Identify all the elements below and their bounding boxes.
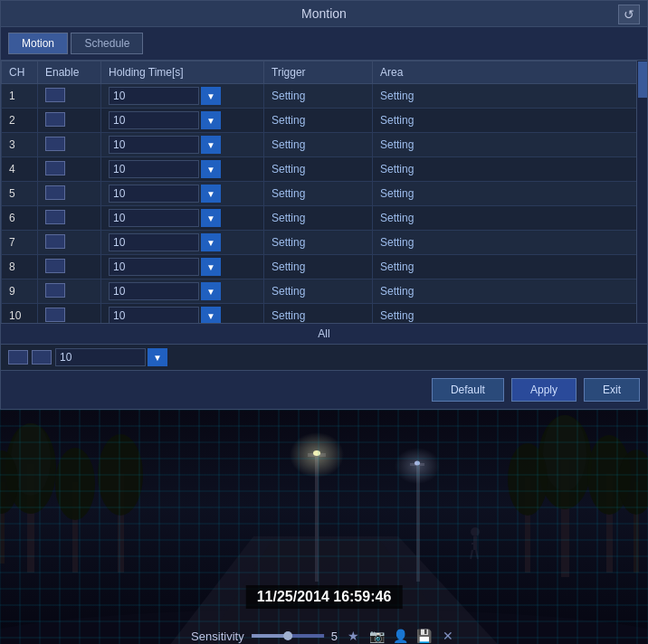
cell-enable-3 [38, 157, 101, 182]
cell-trigger-6: Setting [264, 231, 373, 255]
enable-checkbox-2[interactable] [45, 137, 65, 151]
holding-input-1[interactable] [109, 111, 199, 129]
holding-input-9[interactable] [109, 307, 199, 323]
default-button[interactable]: Default [432, 378, 504, 402]
area-setting-9[interactable]: Setting [380, 309, 414, 322]
trigger-setting-7[interactable]: Setting [272, 260, 305, 273]
holding-input-7[interactable] [109, 258, 199, 276]
cell-trigger-0: Setting [264, 84, 373, 109]
cell-trigger-5: Setting [264, 206, 373, 231]
holding-input-8[interactable] [109, 282, 199, 300]
all-checkbox-1[interactable] [8, 350, 28, 365]
cell-trigger-7: Setting [264, 255, 373, 279]
area-setting-6[interactable]: Setting [380, 236, 414, 249]
cell-enable-8 [38, 279, 101, 304]
holding-dropdown-5[interactable]: ▼ [201, 209, 221, 227]
cell-holding-0: ▼ [101, 84, 264, 109]
cell-holding-8: ▼ [101, 279, 264, 304]
trigger-setting-6[interactable]: Setting [272, 236, 305, 249]
apply-button[interactable]: Apply [511, 378, 577, 402]
area-setting-3[interactable]: Setting [380, 163, 414, 175]
enable-checkbox-8[interactable] [45, 283, 65, 298]
trigger-setting-3[interactable]: Setting [272, 163, 305, 175]
holding-dropdown-7[interactable]: ▼ [201, 258, 221, 276]
trigger-setting-8[interactable]: Setting [272, 285, 305, 298]
holding-input-6[interactable] [109, 233, 199, 251]
area-setting-4[interactable]: Setting [380, 187, 414, 200]
enable-checkbox-6[interactable] [45, 234, 65, 249]
cell-trigger-9: Setting [264, 304, 373, 324]
enable-checkbox-4[interactable] [45, 185, 65, 200]
motion-table-container: CH Enable Holding Time[s] Trigger Area 1… [1, 61, 647, 323]
cell-enable-7 [38, 255, 101, 279]
tab-schedule[interactable]: Schedule [71, 33, 143, 54]
all-label-row: All [1, 323, 647, 345]
holding-dropdown-9[interactable]: ▼ [201, 307, 221, 323]
area-setting-0[interactable]: Setting [380, 90, 414, 102]
svg-point-30 [471, 527, 480, 536]
cell-holding-1: ▼ [101, 109, 264, 133]
area-setting-2[interactable]: Setting [380, 138, 414, 151]
holding-dropdown-6[interactable]: ▼ [201, 233, 221, 251]
header-trigger: Trigger [264, 62, 373, 84]
holding-input-0[interactable] [109, 87, 199, 105]
cell-ch-4: 5 [2, 182, 38, 206]
holding-dropdown-8[interactable]: ▼ [201, 282, 221, 300]
camera-icon[interactable]: 📷 [368, 627, 386, 644]
svg-point-15 [543, 415, 586, 491]
holding-input-3[interactable] [109, 160, 199, 178]
trigger-setting-9[interactable]: Setting [272, 309, 305, 322]
trigger-setting-5[interactable]: Setting [272, 212, 305, 224]
bookmark-icon[interactable]: ★ [345, 627, 363, 644]
cell-holding-6: ▼ [101, 231, 264, 255]
area-setting-7[interactable]: Setting [380, 260, 414, 273]
trigger-setting-1[interactable]: Setting [272, 114, 305, 127]
back-button[interactable]: ↺ [618, 5, 640, 24]
save-icon[interactable]: 💾 [415, 627, 434, 644]
enable-checkbox-9[interactable] [45, 308, 65, 322]
cell-holding-9: ▼ [101, 304, 264, 324]
cell-ch-2: 3 [2, 133, 38, 157]
cell-area-8: Setting [373, 279, 647, 304]
cell-ch-3: 4 [2, 157, 38, 182]
enable-checkbox-3[interactable] [45, 161, 65, 175]
header-holding: Holding Time[s] [101, 62, 264, 84]
area-setting-1[interactable]: Setting [380, 114, 414, 127]
sensitivity-label: Sensitivity [191, 630, 244, 643]
all-holding-dropdown[interactable]: ▼ [148, 348, 167, 366]
panel-title: Montion [301, 6, 347, 21]
enable-checkbox-7[interactable] [45, 259, 65, 273]
person-icon[interactable]: 👤 [392, 627, 410, 644]
holding-dropdown-4[interactable]: ▼ [201, 185, 221, 203]
area-setting-5[interactable]: Setting [380, 212, 414, 224]
holding-dropdown-1[interactable]: ▼ [201, 111, 221, 129]
close-icon[interactable]: ✕ [439, 627, 457, 644]
holding-input-4[interactable] [109, 185, 199, 203]
sensitivity-thumb [283, 631, 292, 640]
trigger-setting-0[interactable]: Setting [272, 90, 305, 102]
enable-checkbox-0[interactable] [45, 88, 65, 102]
holding-dropdown-2[interactable]: ▼ [201, 136, 221, 154]
sensitivity-fill [252, 634, 288, 638]
sensitivity-slider[interactable] [252, 634, 324, 638]
enable-checkbox-5[interactable] [45, 210, 65, 224]
cell-enable-4 [38, 182, 101, 206]
area-setting-8[interactable]: Setting [380, 285, 414, 298]
all-holding-input[interactable] [55, 348, 146, 366]
holding-input-2[interactable] [109, 136, 199, 154]
cell-enable-6 [38, 231, 101, 255]
cell-ch-1: 2 [2, 109, 38, 133]
trigger-setting-2[interactable]: Setting [272, 138, 305, 151]
holding-dropdown-3[interactable]: ▼ [201, 160, 221, 178]
holding-input-5[interactable] [109, 209, 199, 227]
scrollbar[interactable] [636, 61, 647, 323]
tab-motion[interactable]: Motion [8, 33, 68, 54]
trigger-setting-4[interactable]: Setting [272, 187, 305, 200]
enable-checkbox-1[interactable] [45, 112, 65, 127]
all-checkbox-2[interactable] [32, 350, 52, 365]
cell-holding-7: ▼ [101, 255, 264, 279]
exit-button[interactable]: Exit [584, 378, 640, 402]
holding-dropdown-0[interactable]: ▼ [201, 87, 221, 105]
title-bar: Montion ↺ [1, 1, 647, 27]
cell-trigger-4: Setting [264, 182, 373, 206]
